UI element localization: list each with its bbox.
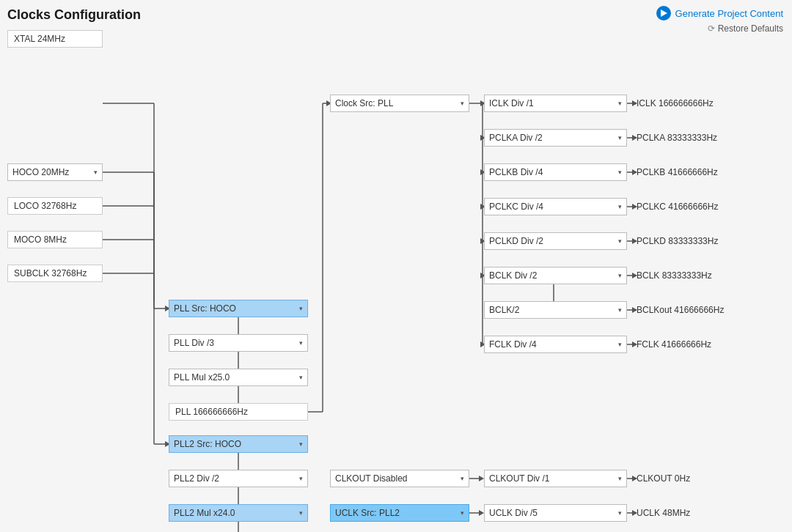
pclkd-div-dropdown[interactable]: PCLKD Div /2 ▾ (484, 232, 627, 250)
clkout-output: CLKOUT 0Hz (637, 470, 690, 487)
svg-marker-0 (661, 10, 667, 17)
pll2-mul-dropdown[interactable]: PLL2 Mul x24.0 ▾ (169, 504, 308, 522)
pclkc-output: PCLKC 41666666Hz (637, 198, 718, 215)
pclka-div-dropdown[interactable]: PCLKA Div /2 ▾ (484, 129, 627, 147)
bclk-out-label: BCLK 83333333Hz (637, 270, 712, 281)
pclkc-out-label: PCLKC 41666666Hz (637, 202, 718, 212)
bclk2-dropdown[interactable]: BCLK/2 ▾ (484, 301, 627, 319)
fclk-div-label: FCLK Div /4 (489, 339, 537, 350)
pll-div-chevron-icon: ▾ (299, 339, 303, 347)
pclka-div-chevron-icon: ▾ (618, 134, 622, 141)
iclk-div-chevron-icon: ▾ (618, 100, 622, 107)
bclk-output: BCLK 83333333Hz (637, 267, 712, 284)
diagram: XTAL 24MHz HOCO 20MHz ▾ LOCO 32768Hz MOC… (7, 30, 785, 521)
pll-freq-box: PLL 166666666Hz (169, 403, 308, 421)
pclkb-output: PCLKB 41666666Hz (637, 163, 718, 181)
iclk-div-dropdown[interactable]: ICLK Div /1 ▾ (484, 95, 627, 112)
pll-mul-label: PLL Mul x25.0 (174, 372, 230, 383)
xtal-label: XTAL 24MHz (14, 34, 65, 44)
clkout-out-label: CLKOUT 0Hz (637, 473, 690, 484)
main-container: Clocks Configuration Generate Project Co… (0, 0, 792, 532)
loco-label: LOCO 32768Hz (14, 201, 76, 211)
uclk-div-label: UCLK Div /5 (489, 508, 538, 518)
pll-freq-label: PLL 166666666Hz (175, 407, 248, 417)
pclkc-div-chevron-icon: ▾ (618, 203, 622, 210)
subclk-label: SUBCLK 32768Hz (14, 268, 87, 278)
bclk-div-label: BCLK Div /2 (489, 270, 537, 281)
pll2-div-label: PLL2 Div /2 (174, 473, 219, 484)
pclkc-div-label: PCLKC Div /4 (489, 202, 543, 212)
svg-marker-64 (479, 476, 484, 481)
uclk-div-chevron-icon: ▾ (618, 509, 622, 517)
pclka-output: PCLKA 83333333Hz (637, 129, 717, 147)
hoco-label: HOCO 20MHz (12, 167, 69, 177)
fclk-out-label: FCLK 41666666Hz (637, 339, 711, 350)
moco-source: MOCO 8MHz (7, 231, 103, 248)
generate-button[interactable]: Generate Project Content (656, 6, 783, 21)
fclk-div-dropdown[interactable]: FCLK Div /4 ▾ (484, 336, 627, 353)
pclkb-div-label: PCLKB Div /4 (489, 167, 543, 177)
generate-label: Generate Project Content (675, 8, 783, 19)
loco-source: LOCO 32768Hz (7, 197, 103, 215)
generate-icon (656, 6, 671, 21)
clock-src-label: Clock Src: PLL (335, 98, 393, 108)
pclkd-div-label: PCLKD Div /2 (489, 236, 543, 246)
pll2-div-chevron-icon: ▾ (299, 475, 303, 482)
pll-mul-chevron-icon: ▾ (299, 374, 303, 381)
bclk-div-chevron-icon: ▾ (618, 272, 622, 279)
pll2-src-label: PLL2 Src: HOCO (174, 439, 241, 449)
pclkb-div-chevron-icon: ▾ (618, 169, 622, 176)
pll2-div-dropdown[interactable]: PLL2 Div /2 ▾ (169, 470, 308, 487)
moco-label: MOCO 8MHz (14, 234, 67, 245)
pclkb-out-label: PCLKB 41666666Hz (637, 167, 718, 177)
fclk-output: FCLK 41666666Hz (637, 336, 711, 353)
iclk-output: ICLK 166666666Hz (637, 95, 714, 112)
bclkout-output: BCLKout 41666666Hz (637, 301, 724, 319)
uclk-src-dropdown[interactable]: UCLK Src: PLL2 ▾ (330, 504, 469, 522)
hoco-source[interactable]: HOCO 20MHz ▾ (7, 163, 103, 181)
uclk-output: UCLK 48MHz (637, 504, 690, 522)
pll-div-dropdown[interactable]: PLL Div /3 ▾ (169, 334, 308, 352)
pclkd-div-chevron-icon: ▾ (618, 237, 622, 245)
clock-src-dropdown[interactable]: Clock Src: PLL ▾ (330, 95, 469, 112)
pclkd-out-label: PCLKD 83333333Hz (637, 236, 718, 246)
bclk-div-dropdown[interactable]: BCLK Div /2 ▾ (484, 267, 627, 284)
bclkout-label: BCLKout 41666666Hz (637, 305, 724, 315)
fclk-div-chevron-icon: ▾ (618, 341, 622, 348)
clkout-div-chevron-icon: ▾ (618, 475, 622, 482)
uclk-div-dropdown[interactable]: UCLK Div /5 ▾ (484, 504, 627, 522)
iclk-out-label: ICLK 166666666Hz (637, 98, 714, 108)
pclkb-div-dropdown[interactable]: PCLKB Div /4 ▾ (484, 163, 627, 181)
uclk-src-label: UCLK Src: PLL2 (335, 508, 400, 518)
svg-marker-68 (479, 510, 484, 516)
clock-src-chevron-icon: ▾ (461, 100, 464, 107)
clkout-dis-dropdown[interactable]: CLKOUT Disabled ▾ (330, 470, 469, 487)
iclk-div-label: ICLK Div /1 (489, 98, 534, 108)
uclk-src-chevron-icon: ▾ (461, 509, 464, 517)
pll2-src-dropdown[interactable]: PLL2 Src: HOCO ▾ (169, 435, 308, 453)
pclkd-output: PCLKD 83333333Hz (637, 232, 718, 250)
pll-div-label: PLL Div /3 (174, 338, 214, 348)
pll-mul-dropdown[interactable]: PLL Mul x25.0 ▾ (169, 369, 308, 386)
xtal-source: XTAL 24MHz (7, 30, 103, 48)
pclka-out-label: PCLKA 83333333Hz (637, 133, 717, 143)
pll2-mul-label: PLL2 Mul x24.0 (174, 508, 235, 518)
pclka-div-label: PCLKA Div /2 (489, 133, 543, 143)
clkout-dis-chevron-icon: ▾ (461, 475, 464, 482)
bclk2-label: BCLK/2 (489, 305, 519, 315)
clkout-div-dropdown[interactable]: CLKOUT Div /1 ▾ (484, 470, 627, 487)
hoco-chevron-icon: ▾ (94, 169, 98, 176)
pll2-src-chevron-icon: ▾ (299, 440, 303, 448)
clkout-div-label: CLKOUT Div /1 (489, 473, 549, 484)
subclk-source: SUBCLK 32768Hz (7, 265, 103, 282)
pll-src-chevron-icon: ▾ (299, 305, 303, 312)
pll-src-dropdown[interactable]: PLL Src: HOCO ▾ (169, 300, 308, 317)
clkout-dis-label: CLKOUT Disabled (335, 473, 407, 484)
bclk2-chevron-icon: ▾ (618, 306, 622, 314)
uclk-out-label: UCLK 48MHz (637, 508, 690, 518)
pll2-mul-chevron-icon: ▾ (299, 509, 303, 517)
pll-src-label: PLL Src: HOCO (174, 303, 236, 314)
pclkc-div-dropdown[interactable]: PCLKC Div /4 ▾ (484, 198, 627, 215)
